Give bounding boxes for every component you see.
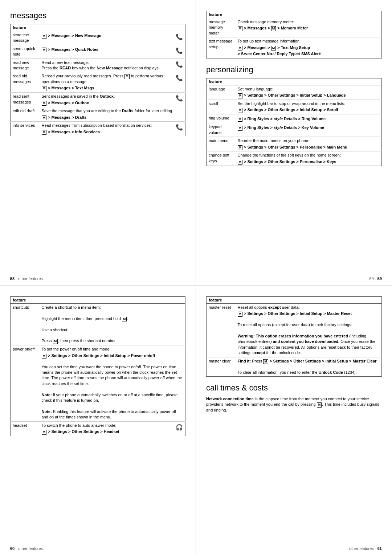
personalizing-header: feature: [207, 78, 382, 85]
feature-desc: Check message memory meter: M > Messages…: [236, 18, 382, 37]
table-row: master clear Find it: Press M > Settings…: [207, 357, 382, 376]
bold-text: READ: [60, 66, 71, 70]
menu-path: M > Settings > Other Settings > Initial …: [238, 107, 380, 113]
feature-desc: Set menu language: M > Settings > Other …: [236, 85, 382, 100]
feature-label: read newmessage: [11, 58, 40, 72]
menu-icon: M: [42, 430, 47, 435]
table-row: master reset Reset all options except us…: [207, 303, 382, 357]
page-number: 59: [377, 276, 382, 281]
feature-desc: Reset all options except user data: M > …: [236, 303, 382, 357]
warning-text: Warning: This option erases information …: [238, 334, 348, 338]
menu-icon: M: [42, 130, 47, 135]
feature-desc: M > Ring Styles > style Details > Key Vo…: [236, 123, 382, 137]
menu-icon: M: [238, 126, 243, 131]
messages-table-header: feature: [11, 24, 185, 31]
bold-text: except: [252, 351, 265, 355]
feature-label: messagememory meter: [207, 18, 236, 37]
bold-text: and content you have downloaded.: [273, 339, 339, 344]
feature-desc: M > Ring Styles > style Details > Ring V…: [236, 114, 382, 123]
bold-text: Unlock Code: [319, 370, 343, 374]
menu-icon: M: [271, 26, 276, 31]
phone-icon: 📞: [176, 33, 183, 41]
menu-path: M > Messages > Drafts: [42, 115, 183, 121]
bold-text: Network connection time: [206, 397, 254, 401]
menu-icon: M: [42, 86, 47, 91]
feature-label: keypad volume: [207, 123, 236, 137]
feature-desc: 📞 Reread your previously read messages. …: [40, 72, 185, 93]
table-row: read newmessage 📞 Read a new text messag…: [11, 58, 185, 72]
menu-path: M > Messages > M > Text Msg Setup: [238, 45, 380, 51]
feature-label: info services: [11, 122, 40, 136]
feature-desc: Reorder the main menus on your phone: M …: [236, 137, 382, 151]
bold-text: Outbox: [100, 94, 114, 98]
table-row: read sentmessages 📞 Sent messages are sa…: [11, 93, 185, 107]
phone-icon: 📞: [176, 47, 183, 55]
menu-icon: M: [263, 359, 268, 364]
messages-table: feature send textmessage 📞 M > Messages …: [10, 24, 185, 136]
table-row: language Set menu language: M > Settings…: [207, 85, 382, 100]
menu-path: M > Settings > Other Settings > Personal…: [238, 159, 380, 165]
phone-icon: 📞: [176, 74, 183, 82]
menu-path-2: > Srvce Center No.:/ Reply Type:/ SMS Al…: [238, 51, 380, 57]
feature-desc: Create a shortcut to a menu item: Highli…: [40, 303, 185, 345]
table-row: ring volume M > Ring Styles > style Deta…: [207, 114, 382, 123]
table-row: send textmessage 📞 M > Messages > New Me…: [11, 31, 185, 45]
feature-label: scroll: [207, 100, 236, 114]
table-row: headset 🎧 To switch the phone to auto an…: [11, 421, 185, 436]
menu-icon: M: [42, 354, 47, 359]
menu-path: M > Settings > Other Settings > Personal…: [238, 145, 380, 150]
menu-path: M > Messages > Outbox: [42, 100, 183, 106]
menu-icon: M: [271, 46, 276, 51]
table-row: power on/off To set the power on/off tim…: [11, 345, 185, 421]
feature-label: ring volume: [207, 114, 236, 123]
menu-icon: M: [42, 34, 47, 39]
page-number-60: 60: [10, 546, 15, 551]
menu-path: M > Settings > Other Settings > Initial …: [238, 311, 380, 317]
menu-icon: M: [238, 160, 243, 165]
personalizing-section: feature messagememory meter Check messag…: [196, 0, 392, 285]
headset-icon: 🎧: [176, 424, 183, 432]
phone-icon: 📞: [176, 94, 183, 102]
menu-path: M > Messages > Quick Notes: [42, 47, 183, 53]
feature-label: headset: [11, 421, 40, 436]
feature-desc: Set the highlight bar to stop or wrap ar…: [236, 100, 382, 114]
table-row: text messagesetup To set up text message…: [207, 37, 382, 58]
menu-path: M > Ring Styles > style Details > Ring V…: [238, 116, 380, 122]
page-label: other features: [18, 276, 43, 281]
menu-icon: M: [124, 74, 130, 79]
menu-icon: M: [238, 93, 243, 98]
table-row: keypad volume M > Ring Styles > style De…: [207, 123, 382, 137]
table-row: info services 📞 Read messages from subsc…: [11, 122, 185, 136]
menu-icon: M: [238, 312, 243, 317]
feature-label: text messagesetup: [207, 37, 236, 58]
table-row: change softkeys Change the functions of …: [207, 151, 382, 166]
feature-header: feature: [11, 296, 185, 303]
call-times-title: call times & costs: [206, 383, 382, 393]
page-container: messages feature send textmessage 📞 M > …: [0, 0, 392, 555]
feature-label: master reset: [207, 303, 236, 357]
note-text-2: Note: Enabling this feature will activat…: [42, 409, 176, 419]
feature-label: master clear: [207, 357, 236, 376]
feature-header: feature: [207, 296, 382, 303]
menu-path: M > Settings > Other Settings > Initial …: [42, 353, 183, 359]
call-times-body: Network connection time is the elapsed t…: [206, 396, 382, 413]
personalizing-table: feature language Set menu language: M > …: [206, 78, 382, 166]
feature-label: edit old draft: [11, 107, 40, 122]
bold-text: New Message: [97, 66, 123, 70]
menu-path: M > Ring Styles > style Details > Key Vo…: [238, 125, 380, 131]
menu-icon: M: [42, 116, 47, 121]
feature-desc: To set up text message information: M > …: [236, 37, 382, 58]
bold-text: Find it:: [238, 359, 251, 363]
table-row: send a quicknote 📞 M > Messages > Quick …: [11, 45, 185, 58]
feature-label: read oldmessages: [11, 72, 40, 93]
messages-title: messages: [10, 11, 185, 20]
bold-text: Note:: [42, 409, 52, 414]
feature-label: read sentmessages: [11, 93, 40, 107]
feature-label: power on/off: [11, 345, 40, 421]
table-row: main menu Reorder the main menus on your…: [207, 137, 382, 151]
page-label-60: other features: [18, 546, 43, 551]
feature-label: change softkeys: [207, 151, 236, 166]
page-label: 59: [369, 276, 374, 281]
feature-desc: 📞 Read a new text message: Press the REA…: [40, 58, 185, 72]
phone-icon: 📞: [176, 123, 183, 131]
